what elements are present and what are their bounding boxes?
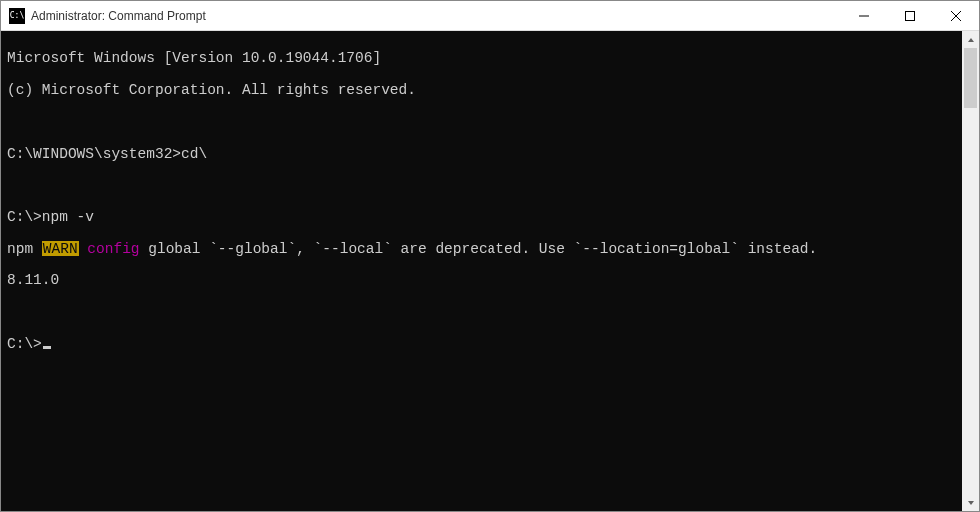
output-line: 8.11.0 xyxy=(7,273,956,289)
scroll-up-arrow-icon[interactable] xyxy=(962,31,979,48)
command-text: npm -v xyxy=(42,209,94,225)
output-line: Microsoft Windows [Version 10.0.19044.17… xyxy=(7,51,956,67)
prompt-text: C:\WINDOWS\system32> xyxy=(7,146,181,162)
output-line: C:\WINDOWS\system32>cd\ xyxy=(7,147,956,163)
window-title: Administrator: Command Prompt xyxy=(31,9,206,23)
npm-prefix: npm xyxy=(7,241,42,256)
scrollbar-thumb[interactable] xyxy=(964,48,977,108)
vertical-scrollbar[interactable] xyxy=(962,31,979,511)
window-titlebar: C:\ Administrator: Command Prompt xyxy=(1,1,979,31)
prompt-text: C:\> xyxy=(7,209,42,225)
cursor xyxy=(43,346,51,349)
svg-rect-1 xyxy=(906,11,915,20)
warn-message: global `--global`, `--local` are depreca… xyxy=(140,241,818,256)
warn-badge: WARN xyxy=(42,241,79,256)
output-line xyxy=(7,178,956,194)
maximize-button[interactable] xyxy=(887,1,933,31)
output-line: C:\>npm -v xyxy=(7,210,956,226)
output-line xyxy=(7,115,956,131)
command-text: cd\ xyxy=(181,146,207,162)
svg-marker-4 xyxy=(968,38,974,42)
output-line: C:\> xyxy=(7,337,956,353)
output-line: npm WARN config global `--global`, `--lo… xyxy=(7,242,956,257)
console-area: Microsoft Windows [Version 10.0.19044.17… xyxy=(1,31,979,511)
close-button[interactable] xyxy=(933,1,979,31)
scrollbar-track[interactable] xyxy=(962,48,979,494)
svg-marker-5 xyxy=(968,501,974,505)
prompt-text: C:\> xyxy=(7,336,42,352)
minimize-button[interactable] xyxy=(841,1,887,31)
output-line: (c) Microsoft Corporation. All rights re… xyxy=(7,83,956,99)
console-output[interactable]: Microsoft Windows [Version 10.0.19044.17… xyxy=(1,31,962,511)
output-line xyxy=(7,305,956,321)
scroll-down-arrow-icon[interactable] xyxy=(962,494,979,511)
cmd-icon: C:\ xyxy=(9,8,25,24)
warn-config: config xyxy=(87,241,139,256)
